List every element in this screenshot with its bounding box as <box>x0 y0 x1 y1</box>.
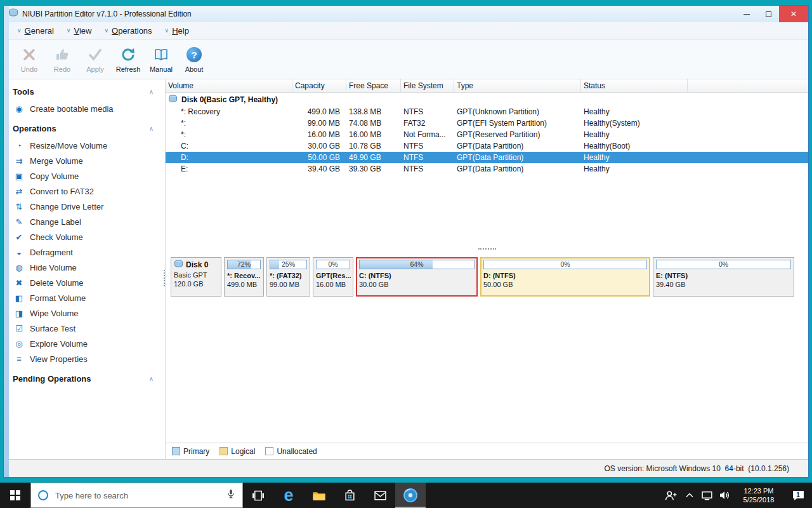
horizontal-splitter[interactable] <box>166 244 808 253</box>
manual-button[interactable]: Manual <box>146 42 176 77</box>
maximize-button[interactable] <box>757 6 779 22</box>
people-button[interactable] <box>660 483 681 508</box>
legend-primary: Primary <box>172 447 209 456</box>
column-status[interactable]: Status <box>581 79 688 92</box>
task-view-button[interactable] <box>243 483 273 508</box>
volume-row-d-selected[interactable]: D: 50.00 GB 49.90 GB NTFS GPT(Data Parti… <box>166 152 808 163</box>
sidebar-item-copy-volume[interactable]: ▣Copy Volume <box>4 168 165 184</box>
section-pending-operations[interactable]: Pending Operations ∧ <box>4 366 165 388</box>
section-operations-title: Operations <box>13 124 56 133</box>
sidebar-item-check-volume[interactable]: ✔Check Volume <box>4 229 165 244</box>
menu-operations-label: Operations <box>112 26 152 36</box>
menu-operations[interactable]: ∨Operations <box>98 24 157 37</box>
sidebar-item-resize-move-volume[interactable]: ◔Resize/Move Volume <box>4 138 165 153</box>
diskmap-partition-d[interactable]: 0% D: (NTFS) 50.00 GB <box>480 257 650 297</box>
logical-swatch <box>219 447 228 455</box>
maximize-icon <box>766 11 771 17</box>
diskmap-disk-info[interactable]: Disk 0 Basic GPT 120.0 GB <box>171 257 221 297</box>
sidebar-item-view-properties[interactable]: ≡View Properties <box>4 351 165 366</box>
redo-button[interactable]: Redo <box>47 42 77 77</box>
chevron-down-icon: ∨ <box>104 28 108 34</box>
column-type[interactable]: Type <box>454 79 581 92</box>
column-capacity[interactable]: Capacity <box>292 79 346 92</box>
tray-expand-button[interactable] <box>681 483 698 508</box>
diskmap-partition-c-selected[interactable]: 64% C: (NTFS) 30.00 GB <box>356 257 478 297</box>
clock-date: 5/25/2018 <box>733 495 784 504</box>
sidebar-splitter-handle[interactable] <box>164 270 167 286</box>
diskmap-partition-efi[interactable]: 25% *: (FAT32) 99.00 MB <box>266 257 310 297</box>
menu-view[interactable]: ∨View <box>61 24 98 37</box>
undo-button[interactable]: Undo <box>14 42 44 77</box>
edge-button[interactable]: e <box>273 483 304 508</box>
store-button[interactable] <box>334 483 365 508</box>
taskbar-clock[interactable]: 12:23 PM 5/25/2018 <box>733 483 784 508</box>
column-file-system[interactable]: File System <box>401 79 454 92</box>
microphone-icon[interactable] <box>226 488 235 502</box>
refresh-button[interactable]: Refresh <box>113 42 143 77</box>
volume-row-recovery[interactable]: *: Recovery 499.0 MB 138.8 MB NTFS GPT(U… <box>166 106 808 117</box>
chevron-up-icon <box>686 493 693 498</box>
diskmap-partition-e[interactable]: 0% E: (NTFS) 39.40 GB <box>653 257 794 297</box>
sidebar: Tools ∧ ◉Create bootable media Operation… <box>4 79 166 459</box>
sidebar-item-explore-volume[interactable]: ◎Explore Volume <box>4 336 165 351</box>
delete-icon: ✖ <box>14 278 24 288</box>
taskbar: e 12:23 PM <box>0 483 812 508</box>
section-pending-title: Pending Operations <box>13 374 91 384</box>
volume-button[interactable] <box>716 483 733 508</box>
sidebar-item-surface-test[interactable]: ☑Surface Test <box>4 321 165 336</box>
sidebar-item-change-label[interactable]: ✎Change Label <box>4 214 165 229</box>
volume-row-reserved[interactable]: *: 16.00 MB 16.00 MB Not Forma... GPT(Re… <box>166 129 808 140</box>
about-question-icon: ? <box>187 46 202 64</box>
defragment-icon: ◒ <box>14 248 24 257</box>
file-explorer-button[interactable] <box>304 483 334 508</box>
volume-row-efi[interactable]: *: 99.00 MB 74.08 MB FAT32 GPT(EFI Syste… <box>166 117 808 129</box>
apply-label: Apply <box>86 65 104 73</box>
network-button[interactable] <box>698 483 716 508</box>
diskmap-partition-recovery[interactable]: 72% *: Recov... 499.0 MB <box>224 257 264 297</box>
column-free-space[interactable]: Free Space <box>346 79 401 92</box>
column-volume[interactable]: Volume <box>166 79 292 92</box>
disk-group-row[interactable]: Disk 0(Basic GPT, Healthy) <box>166 93 808 106</box>
sidebar-item-create-bootable-media[interactable]: ◉Create bootable media <box>4 101 165 116</box>
about-button[interactable]: ? About <box>179 42 209 77</box>
taskbar-search[interactable] <box>30 483 243 508</box>
sidebar-item-change-drive-letter[interactable]: ⇅Change Drive Letter <box>4 199 165 214</box>
unallocated-swatch <box>265 447 273 455</box>
volume-row-c[interactable]: C: 30.00 GB 10.78 GB NTFS GPT(Data Parti… <box>166 140 808 152</box>
close-button[interactable]: ✕ <box>779 6 808 22</box>
redo-label: Redo <box>54 65 70 73</box>
menu-help[interactable]: ∨Help <box>159 24 195 37</box>
redo-icon <box>55 46 70 64</box>
apply-button[interactable]: Apply <box>80 42 110 77</box>
niubi-taskbar-button[interactable] <box>395 483 426 508</box>
mail-button[interactable] <box>365 483 395 508</box>
diskmap-partition-reserved[interactable]: 0% GPT(Res... 16.00 MB <box>313 257 353 297</box>
volume-row-e[interactable]: E: 39.40 GB 39.30 GB NTFS GPT(Data Parti… <box>166 163 808 175</box>
niubi-app-icon <box>402 487 419 504</box>
titlebar[interactable]: NIUBI Partition Editor v7.1.0 - Professi… <box>4 6 808 22</box>
drive-letter-icon: ⇅ <box>14 202 24 211</box>
usage-bar: 25% <box>270 260 307 269</box>
sidebar-item-delete-volume[interactable]: ✖Delete Volume <box>4 275 165 290</box>
sidebar-item-convert-to-fat32[interactable]: ⇄Convert to FAT32 <box>4 184 165 199</box>
start-button[interactable] <box>0 483 30 508</box>
hide-icon: ◍ <box>14 263 24 272</box>
sidebar-item-format-volume[interactable]: ◧Format Volume <box>4 290 165 305</box>
sidebar-item-wipe-volume[interactable]: ◨Wipe Volume <box>4 305 165 321</box>
action-center-button[interactable]: 1 <box>784 483 812 508</box>
sidebar-item-merge-volume[interactable]: ⇉Merge Volume <box>4 153 165 168</box>
store-icon <box>344 490 355 502</box>
sidebar-item-defragment[interactable]: ◒Defragment <box>4 244 165 260</box>
resize-move-icon: ◔ <box>14 141 24 150</box>
section-tools[interactable]: Tools ∧ <box>4 79 165 101</box>
search-input[interactable] <box>54 490 221 501</box>
menu-help-label: Help <box>172 26 189 36</box>
chevron-down-icon: ∨ <box>17 28 22 34</box>
notification-badge: 1 <box>792 491 804 500</box>
sidebar-item-hide-volume[interactable]: ◍Hide Volume <box>4 260 165 275</box>
menu-general[interactable]: ∨General <box>11 24 60 37</box>
usage-bar: 72% <box>227 260 261 269</box>
minimize-button[interactable] <box>736 6 757 22</box>
section-operations[interactable]: Operations ∧ <box>4 116 165 138</box>
check-icon: ✔ <box>14 232 24 242</box>
